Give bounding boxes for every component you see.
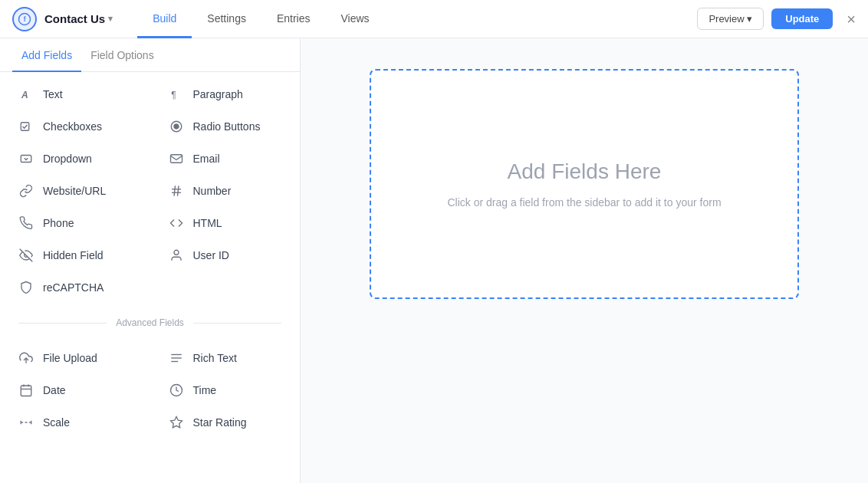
text-icon: A — [18, 87, 34, 102]
standard-fields-section: A Text ¶ Paragraph — [0, 72, 300, 310]
paragraph-icon: ¶ — [169, 87, 184, 102]
field-radio-buttons[interactable]: Radio Buttons — [150, 110, 301, 143]
link-icon — [18, 183, 34, 199]
html-icon — [169, 215, 184, 231]
field-hidden[interactable]: Hidden Field — [0, 239, 150, 271]
field-checkboxes[interactable]: Checkboxes — [0, 110, 150, 143]
advanced-fields-grid: File Upload Rich Text — [0, 342, 300, 439]
drop-zone[interactable]: Add Fields Here Click or drag a field fr… — [370, 69, 799, 299]
recaptcha-icon — [18, 280, 34, 295]
tab-views[interactable]: Views — [326, 1, 385, 38]
sidebar-tab-field-options[interactable]: Field Options — [81, 38, 163, 72]
svg-text:¶: ¶ — [171, 90, 176, 100]
upload-icon — [18, 350, 34, 366]
field-number[interactable]: Number — [150, 175, 301, 207]
svg-point-14 — [174, 250, 179, 255]
field-text[interactable]: A Text — [0, 78, 150, 110]
checkboxes-icon — [18, 119, 34, 134]
top-nav: f Contact Us ▾ Build Settings Entries Vi… — [0, 0, 868, 38]
field-star-rating[interactable]: Star Rating — [150, 406, 301, 439]
svg-line-11 — [174, 186, 176, 196]
field-phone[interactable]: Phone — [0, 207, 150, 239]
svg-point-6 — [174, 124, 179, 129]
field-website-url[interactable]: Website/URL — [0, 175, 150, 207]
time-icon — [169, 383, 184, 398]
sidebar: Add Fields Field Options A Text — [0, 38, 301, 483]
tab-build[interactable]: Build — [137, 1, 192, 38]
svg-line-12 — [177, 186, 179, 196]
field-paragraph[interactable]: ¶ Paragraph — [150, 78, 301, 110]
close-button[interactable]: × — [847, 12, 856, 27]
hidden-icon — [18, 248, 34, 263]
svg-text:f: f — [24, 16, 26, 23]
svg-rect-8 — [170, 155, 182, 163]
svg-rect-4 — [21, 123, 29, 131]
title-text: Contact Us — [44, 12, 105, 25]
drop-zone-subtitle: Click or drag a field from the sidebar t… — [447, 196, 721, 209]
field-file-upload[interactable]: File Upload — [0, 342, 150, 374]
sidebar-tab-add-fields[interactable]: Add Fields — [12, 38, 81, 72]
radio-icon — [169, 119, 184, 134]
scale-icon — [18, 415, 34, 430]
standard-fields-grid: A Text ¶ Paragraph — [0, 78, 300, 271]
field-rich-text[interactable]: Rich Text — [150, 342, 301, 374]
main-layout: Add Fields Field Options A Text — [0, 38, 868, 483]
user-icon — [169, 248, 184, 263]
phone-icon — [18, 215, 34, 231]
nav-tabs: Build Settings Entries Views — [137, 0, 697, 38]
svg-rect-7 — [21, 156, 31, 163]
dropdown-icon — [18, 151, 34, 166]
svg-rect-19 — [21, 386, 31, 396]
tab-settings[interactable]: Settings — [192, 1, 261, 38]
field-dropdown[interactable]: Dropdown — [0, 143, 150, 175]
field-date[interactable]: Date — [0, 374, 150, 406]
nav-actions: Preview ▾ Update × — [697, 8, 856, 30]
tab-entries[interactable]: Entries — [261, 1, 326, 38]
svg-marker-29 — [170, 417, 182, 428]
svg-text:A: A — [21, 90, 28, 100]
field-scale[interactable]: Scale — [0, 406, 150, 439]
app-logo: f — [12, 7, 37, 31]
field-recaptcha[interactable]: reCAPTCHA — [0, 271, 150, 304]
preview-button[interactable]: Preview ▾ — [697, 8, 764, 30]
email-icon — [169, 151, 184, 166]
date-icon — [18, 383, 34, 398]
advanced-fields-divider: Advanced Fields — [0, 310, 300, 336]
app-title[interactable]: Contact Us ▾ — [44, 12, 113, 25]
drop-zone-title: Add Fields Here — [508, 159, 662, 184]
recaptcha-row: reCAPTCHA — [0, 271, 300, 304]
form-canvas: Add Fields Here Click or drag a field fr… — [301, 38, 868, 483]
title-chevron-icon: ▾ — [108, 14, 113, 24]
field-html[interactable]: HTML — [150, 207, 301, 239]
field-time[interactable]: Time — [150, 374, 301, 406]
update-button[interactable]: Update — [771, 8, 833, 29]
richtext-icon — [169, 350, 184, 366]
number-icon — [169, 183, 184, 199]
advanced-fields-section: File Upload Rich Text — [0, 336, 300, 445]
sidebar-tabs: Add Fields Field Options — [0, 38, 300, 72]
field-email[interactable]: Email — [150, 143, 301, 175]
field-user-id[interactable]: User ID — [150, 239, 301, 271]
star-icon — [169, 415, 184, 430]
